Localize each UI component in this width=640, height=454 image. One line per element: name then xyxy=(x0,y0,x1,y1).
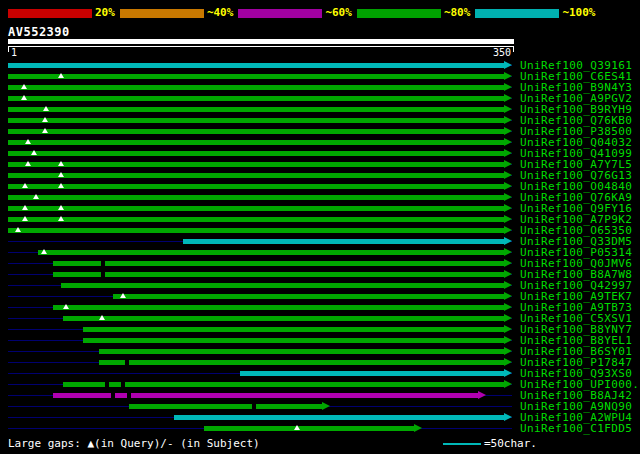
query-gap-marker-icon xyxy=(58,73,64,78)
bar-arrowhead-icon xyxy=(504,160,512,168)
bar-arrowhead-icon xyxy=(504,61,512,69)
query-gap-marker-icon xyxy=(294,425,300,430)
query-gap-marker-icon xyxy=(63,304,69,309)
bar-arrowhead-icon xyxy=(504,380,512,388)
alignment-bar[interactable] xyxy=(113,294,504,299)
bar-arrowhead-icon xyxy=(478,391,486,399)
alignment-bar[interactable] xyxy=(8,85,504,90)
alignment-bar[interactable] xyxy=(8,184,504,189)
alignment-bar[interactable] xyxy=(8,96,504,101)
bar-arrowhead-icon xyxy=(504,116,512,124)
footer: Large gaps: ▲(in Query)/- (in Subject) =… xyxy=(0,437,640,451)
subject-gap-marker-icon xyxy=(252,404,256,409)
bar-arrowhead-icon xyxy=(504,281,512,289)
bar-arrowhead-icon xyxy=(504,226,512,234)
key-color-segment xyxy=(357,9,441,18)
query-name: AV552390 xyxy=(8,25,70,39)
scale-tick-end xyxy=(513,47,514,52)
alignment-bar[interactable] xyxy=(8,74,504,79)
alignment-bar[interactable] xyxy=(8,228,504,233)
alignment-bar[interactable] xyxy=(53,261,504,266)
query-gap-marker-icon xyxy=(31,150,37,155)
query-gap-marker-icon xyxy=(41,249,47,254)
subject-gap-marker-icon xyxy=(127,393,131,398)
bar-arrowhead-icon xyxy=(504,204,512,212)
alignment-bar[interactable] xyxy=(99,360,504,365)
hit-accession-link[interactable]: UniRef100_C1FDD5 xyxy=(520,423,632,434)
subject-gap-marker-icon xyxy=(111,393,115,398)
scalebar-label: =50char. xyxy=(484,437,537,450)
query-gap-marker-icon xyxy=(43,106,49,111)
alignment-bar[interactable] xyxy=(99,349,504,354)
query-bar xyxy=(8,39,514,44)
query-gap-marker-icon xyxy=(42,117,48,122)
subject-gap-marker-icon xyxy=(121,382,125,387)
alignment-bar[interactable] xyxy=(8,206,504,211)
alignment-bar[interactable] xyxy=(83,327,504,332)
key-color-segment xyxy=(120,9,204,18)
query-gap-marker-icon xyxy=(42,128,48,133)
query-gap-marker-icon xyxy=(58,183,64,188)
alignment-bar[interactable] xyxy=(240,371,504,376)
bar-arrowhead-icon xyxy=(504,336,512,344)
alignment-bar[interactable] xyxy=(8,162,504,167)
alignment-bar[interactable] xyxy=(8,151,504,156)
query-gap-marker-icon xyxy=(120,293,126,298)
alignment-bar[interactable] xyxy=(129,404,322,409)
alignment-bar[interactable] xyxy=(63,382,504,387)
alignment-bar[interactable] xyxy=(8,140,504,145)
bar-arrowhead-icon xyxy=(504,149,512,157)
alignment-bar[interactable] xyxy=(8,118,504,123)
alignment-bar[interactable] xyxy=(8,173,504,178)
query-gap-marker-icon xyxy=(22,216,28,221)
query-gap-marker-icon xyxy=(33,194,39,199)
alignment-bar[interactable] xyxy=(8,217,504,222)
key-percent-label: ~80% xyxy=(444,7,471,19)
gaps-legend: Large gaps: ▲(in Query)/- (in Subject) xyxy=(8,437,260,450)
scalebar-line-icon xyxy=(443,443,481,445)
alignment-bar[interactable] xyxy=(8,63,504,68)
bar-arrowhead-icon xyxy=(504,127,512,135)
alignment-bar[interactable] xyxy=(53,305,504,310)
alignment-bar[interactable] xyxy=(53,272,504,277)
alignment-bar[interactable] xyxy=(61,283,504,288)
bar-arrowhead-icon xyxy=(504,215,512,223)
alignment-bar[interactable] xyxy=(8,107,504,112)
alignment-bar[interactable] xyxy=(174,415,504,420)
query-gap-marker-icon xyxy=(58,172,64,177)
alignment-bar[interactable] xyxy=(83,338,504,343)
alignment-bar[interactable] xyxy=(204,426,414,431)
subject-gap-marker-icon xyxy=(101,261,105,266)
alignment-rows: UniRef100_Q39161UniRef100_C6ES41UniRef10… xyxy=(0,60,640,434)
query-gap-marker-icon xyxy=(99,315,105,320)
scale-start-label: 1 xyxy=(11,48,17,58)
bar-arrowhead-icon xyxy=(504,413,512,421)
alignment-bar[interactable] xyxy=(63,316,504,321)
bar-arrowhead-icon xyxy=(504,303,512,311)
alignment-bar[interactable] xyxy=(8,195,504,200)
query-gap-marker-icon xyxy=(25,139,31,144)
query-gap-marker-icon xyxy=(58,205,64,210)
key-percent-label: 20% xyxy=(95,7,115,19)
alignment-bar[interactable] xyxy=(38,250,504,255)
scale-end-label: 350 xyxy=(493,48,511,58)
bar-arrowhead-icon xyxy=(504,292,512,300)
key-color-segment xyxy=(475,9,559,18)
subject-gap-marker-icon xyxy=(105,382,109,387)
alignment-bar[interactable] xyxy=(183,239,504,244)
bar-arrowhead-icon xyxy=(504,193,512,201)
query-gap-marker-icon xyxy=(22,183,28,188)
subject-gap-marker-icon xyxy=(125,360,129,365)
bar-arrowhead-icon xyxy=(504,138,512,146)
bar-arrowhead-icon xyxy=(504,270,512,278)
query-gap-marker-icon xyxy=(15,227,21,232)
bar-arrowhead-icon xyxy=(504,347,512,355)
bar-arrowhead-icon xyxy=(504,314,512,322)
bar-arrowhead-icon xyxy=(504,369,512,377)
alignment-bar[interactable] xyxy=(8,129,504,134)
key-color-segment xyxy=(8,9,92,18)
alignment-bar[interactable] xyxy=(53,393,478,398)
bar-arrowhead-icon xyxy=(504,182,512,190)
bar-arrowhead-icon xyxy=(504,358,512,366)
key-percent-label: ~100% xyxy=(562,7,595,19)
